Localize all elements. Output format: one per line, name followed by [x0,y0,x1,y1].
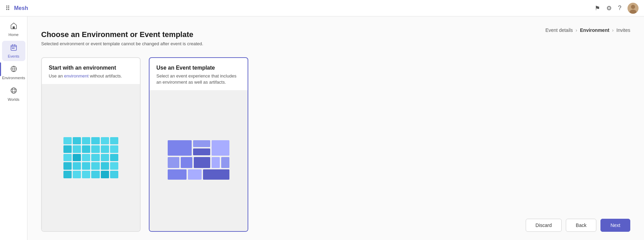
sidebar-item-worlds[interactable]: Worlds [2,84,25,104]
card-environment-title: Start with an environment [49,65,133,71]
mosaic-block [212,140,229,156]
card-event-template-title: Use an Event template [156,65,241,71]
mosaic-block [212,157,220,168]
grid-cell [110,145,118,153]
page-title: Choose an Environment or Event template [41,30,630,39]
grid-cell [73,137,81,145]
breadcrumb-sep-2: › [612,27,614,33]
sidebar-item-home[interactable]: Home [2,19,25,39]
grid-cell [101,145,109,153]
flag-icon[interactable]: ⚑ [595,4,600,12]
active-indicator [0,62,1,76]
grid-cell [63,137,72,145]
grid-cell [63,154,72,161]
card-event-template-visual [150,90,248,231]
sidebar-item-events-label: Events [8,54,20,58]
mosaic-block [221,157,229,168]
svg-point-9 [11,88,16,93]
discard-button[interactable]: Discard [526,219,562,232]
grid-cell [110,162,118,170]
mosaic-block [193,140,210,147]
settings-icon[interactable]: ⚙ [606,4,612,12]
grid-cell [101,162,109,170]
grid-icon[interactable]: ⠿ [5,4,10,12]
breadcrumb-event-details: Event details [545,27,573,33]
breadcrumb-sep-1: › [576,27,577,33]
sidebar: Home Events [0,16,27,240]
grid-cell [82,137,90,145]
grid-cell [101,137,109,145]
svg-rect-8 [13,48,14,49]
grid-cell [63,145,72,153]
card-environment-description: Use an environment without artifacts. [49,73,133,79]
env-grid: (function() { const colors = ['#4dd4e8',… [63,137,118,178]
grid-cell [91,171,99,178]
next-button[interactable]: Next [600,219,630,232]
sidebar-item-home-label: Home [9,33,19,37]
sidebar-item-environments[interactable]: Environments [2,62,25,83]
sidebar-item-environments-label: Environments [2,76,25,80]
grid-cell [101,154,109,161]
sidebar-item-worlds-label: Worlds [8,97,19,101]
mosaic-block [168,169,187,180]
main-layout: Home Events [0,16,644,240]
back-button[interactable]: Back [566,219,596,232]
breadcrumb-environment: Environment [580,27,609,33]
svg-rect-3 [13,26,15,29]
grid-cell [73,171,81,178]
help-icon[interactable]: ? [618,4,621,12]
grid-cell [82,171,90,178]
grid-cell [73,162,81,170]
card-environment[interactable]: Start with an environment Use an environ… [41,57,141,232]
card-environment-visual: (function() { const colors = ['#4dd4e8',… [42,84,140,231]
topbar-right: ⚑ ⚙ ? [595,3,639,14]
app-title: Mesh [14,5,28,11]
mosaic-block [203,169,229,180]
grid-cell [110,137,118,145]
cards-row: Start with an environment Use an environ… [41,57,630,232]
svg-rect-6 [14,44,15,46]
card-event-template[interactable]: Use an Event template Select an event ex… [149,57,248,232]
mosaic-block [193,148,210,155]
card-event-template-description: Select an event experience that includes… [156,73,241,85]
grid-cell [91,145,99,153]
environments-icon [10,65,17,74]
mosaic-block [194,157,210,168]
svg-point-10 [12,88,15,93]
grid-cell [73,154,81,161]
environment-link[interactable]: environment [64,73,89,79]
card-environment-header: Start with an environment Use an environ… [42,58,140,84]
grid-cell [82,162,90,170]
content-area: Event details › Environment › Invites Ch… [27,16,644,240]
mosaic-block [168,140,192,156]
card-event-template-header: Use an Event template Select an event ex… [150,58,248,90]
grid-cell [82,145,90,153]
mosaic [168,140,229,181]
grid-cell [101,171,109,178]
grid-cell [63,162,72,170]
breadcrumb: Event details › Environment › Invites [545,27,630,33]
events-icon [10,44,17,53]
worlds-icon [10,87,17,96]
grid-cell [91,162,99,170]
grid-cell [91,154,99,161]
mosaic-block [181,157,192,168]
svg-point-1 [631,5,635,9]
grid-cell [110,154,118,161]
svg-rect-7 [12,48,13,49]
topbar: ⠿ Mesh ⚑ ⚙ ? [0,0,644,16]
breadcrumb-invites: Invites [617,27,630,33]
sidebar-item-events[interactable]: Events [2,41,25,61]
grid-cell [110,171,118,178]
grid-cell [73,145,81,153]
home-icon [10,22,17,31]
mosaic-block [168,157,179,168]
grid-cell [82,154,90,161]
grid-cell [91,137,99,145]
avatar[interactable] [628,3,639,14]
svg-rect-5 [12,44,13,46]
grid-cell [63,171,72,178]
page-subtitle: Selected environment or event template c… [41,41,630,46]
bottom-bar: Discard Back Next [526,219,630,232]
mosaic-block [188,169,202,180]
